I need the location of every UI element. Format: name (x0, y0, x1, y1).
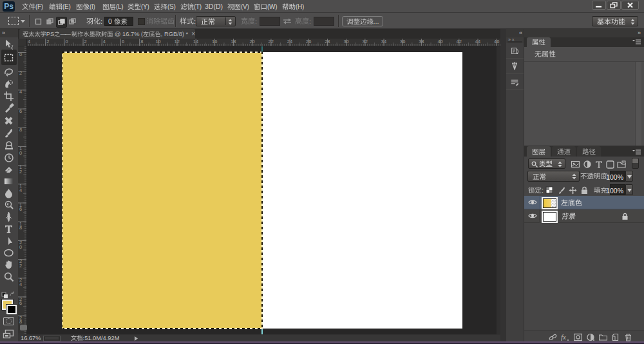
svg-text:fx: fx (561, 333, 566, 341)
